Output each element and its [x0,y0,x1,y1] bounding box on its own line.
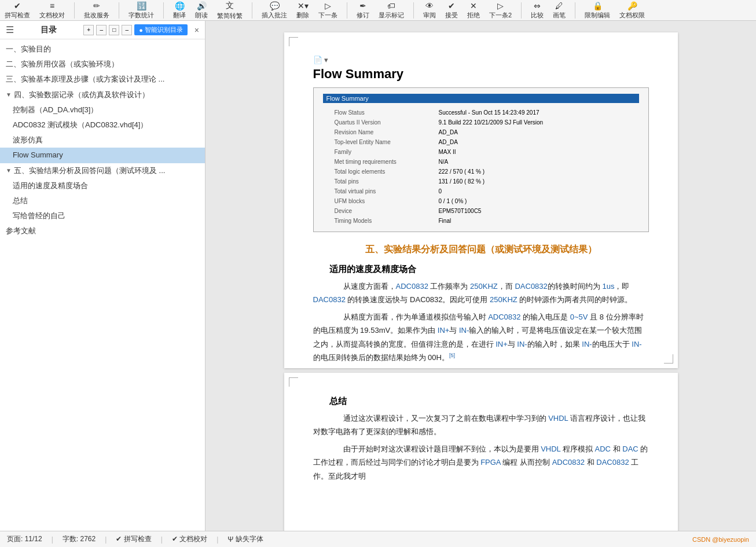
toc-item-4-1[interactable]: 控制器（AD_DA.vhd[3]） [0,102,205,118]
statusbar-spellcheck[interactable]: ✔ 拼写检查 [116,534,151,544]
toc-item-1[interactable]: 一、实验目的 [0,42,205,57]
para2-highlight-3: IN+ [438,326,450,335]
toolbar-spellcheck[interactable]: ✔ 拼写检查 [5,1,30,20]
toolbar-proofread[interactable]: ≡ 文档校对 [39,1,65,20]
toc-item-4-4[interactable]: Flow Summary [0,148,205,163]
accept-icon: ✔ [448,1,455,10]
toolbar-pen[interactable]: 🖊 画笔 [553,1,566,20]
statusbar-sep-2: | [105,535,107,544]
flow-summary-box: Flow Summary Flow StatusSuccessful - Sun… [313,87,649,232]
para4-highlight-2: ADC [595,445,611,453]
sidebar-close-btn[interactable]: × [194,25,199,35]
toc-item-5-3[interactable]: 写给曾经的自己 [0,208,205,223]
sidebar-list-btn[interactable]: – [122,25,132,35]
toolbar-next[interactable]: ▷ 下一条 [318,1,337,20]
flow-data-key: Family [335,147,427,157]
statusbar-missing-font[interactable]: Ψ 缺失字体 [227,534,263,544]
subsection-summary-heading: 总结 [313,396,649,407]
ai-recognition-badge[interactable]: ● 智能识别目录 [134,24,188,35]
toolbar-reject[interactable]: ✕ 拒绝 [467,1,480,20]
toc-item-4[interactable]: ▼ 四、实验数据记录（或仿真及软件设计） [0,87,205,102]
read-aloud-icon: 🔊 [197,1,207,10]
toc-item-4-2-label: ADC0832 测试模块（ADC0832.vhd[4]） [13,120,148,130]
statusbar-missing-font-label: 缺失字体 [236,534,263,544]
doc-icon-row: 📄 ▾ [313,56,649,64]
show-markup-icon: 🏷 [387,1,395,10]
toc-chevron-5: ▼ [6,167,12,175]
statusbar-wordcount: 字数: 2762 [63,534,96,544]
flow-data-row: Timing ModelsFinal [335,216,639,226]
toolbar-insert-comment[interactable]: 💬 插入批注 [262,1,287,20]
toc-item-ref[interactable]: 参考文献 [0,223,205,238]
toolbar-next2[interactable]: ▷ 下一条2 [489,1,512,20]
flow-data-val: AD_DA [439,127,458,137]
flow-data-key: Flow Status [335,108,427,118]
para1-highlight-1: ADC0832 [396,282,428,291]
para2-highlight-4: IN- [459,326,469,335]
toolbar-accept[interactable]: ✔ 接受 [445,1,458,20]
toc-item-4-2[interactable]: ADC0832 测试模块（ADC0832.vhd[4]） [0,118,205,133]
toolbar-show-markup[interactable]: 🏷 显示标记 [379,1,404,20]
spellcheck-icon: ✔ [14,1,21,10]
toc-item-5-1[interactable]: 适用的速度及精度场合 [0,178,205,193]
para4: 由于开始时对这次课程设计题目理解不到位，本以为是要用 VHDL 程序模拟 ADC… [313,442,649,483]
flow-data-val: Final [439,216,452,226]
flow-data-val: 131 / 160 ( 82 % ) [439,177,485,186]
toc-item-4-3[interactable]: 波形仿真 [0,133,205,148]
sidebar-expand-btn[interactable]: + [83,25,94,35]
toc-item-1-label: 一、实验目的 [6,44,51,54]
toolbar-delete[interactable]: ✕▾ 删除 [296,1,309,20]
toolbar-trad-simp[interactable]: 文 繁简转繁 [217,1,243,20]
para4-highlight-5: ADC0832 [552,458,585,467]
flow-data-val: EPM570T100C5 [439,206,482,216]
para2-footnote: [5] [449,353,455,358]
para1-highlight-2: 250KHZ [470,282,498,291]
statusbar-spellcheck-label: ✔ 拼写检查 [116,534,151,544]
flow-data-val: 0 / 1 ( 0% ) [439,196,467,206]
flow-data-val: 9.1 Build 222 10/21/2009 SJ Full Version [439,118,544,127]
flow-data-row: UFM blocks0 / 1 ( 0% ) [335,196,639,206]
sidebar-collapse-btn[interactable]: – [96,25,107,35]
toolbar-separator-8 [575,2,575,19]
doc-area[interactable]: 📄 ▾ Flow Summary Flow Summary Flow Statu… [205,21,756,531]
toolbar-read-aloud[interactable]: 🔊 朗读 [195,1,208,20]
toc-item-5-2[interactable]: 总结 [0,193,205,208]
toc-item-5-3-label: 写给曾经的自己 [13,211,65,221]
toc-item-4-label: 四、实验数据记录（或仿真及软件设计） [14,90,149,100]
toolbar-track-changes[interactable]: ✒ 修订 [357,1,369,20]
flow-data-key: Total pins [335,177,427,186]
statusbar-sep-1: | [52,535,53,544]
flow-data-row: Quartus II Version9.1 Build 222 10/21/20… [335,118,639,127]
statusbar-sep-3: | [161,535,163,544]
toc-item-5[interactable]: ▼ 五、实验结果分析及回答问题（测试环境及 ... [0,163,205,178]
para1-highlight-4: 1us [602,282,614,291]
toolbar-translate[interactable]: 🌐 翻译 [173,1,186,20]
sidebar-view-btn[interactable]: □ [109,25,119,35]
review-icon: 👁 [425,1,434,10]
toolbar-wordcount[interactable]: 🔢 字数统计 [129,1,154,20]
page2-corner-tl [289,377,298,387]
toc-item-2[interactable]: 二、实验所用仪器（或实验环境） [0,57,205,72]
reject-icon: ✕ [470,1,477,10]
flow-data-table: Flow StatusSuccessful - Sun Oct 15 14:23… [335,108,639,226]
para2-highlight-1: ADC0832 [488,313,520,321]
toolbar-doc-permission[interactable]: 🔑 文档权限 [619,1,645,20]
toolbar-correction[interactable]: ✏ 批改服务 [84,1,109,20]
para4-highlight-3: DAC [622,445,638,453]
toc-item-4-3-label: 波形仿真 [13,135,43,145]
toolbar-review[interactable]: 👁 审阅 [423,1,436,20]
flow-data-row: Top-level Entity NameAD_DA [335,137,639,147]
toc-sidebar: ☰ 目录 + – □ – ● 智能识别目录 × 一、实验目的 二、实验所用仪器（… [0,21,205,531]
toc-item-3[interactable]: 三、实验基本原理及步骤（或方案设计及理论 ... [0,72,205,87]
sidebar-controls: + – □ – ● 智能识别目录 × [83,24,199,35]
para1: 从速度方面看，ADC0832 工作频率为 250KHZ，而 DAC0832的转换… [313,280,649,307]
flow-data-val: Successful - Sun Oct 15 14:23:49 2017 [439,108,540,118]
flow-data-val: 222 / 570 ( 41 % ) [439,167,485,177]
flow-data-key: Timing Models [335,216,427,226]
statusbar-proofread[interactable]: ✔ 文档校对 [172,534,207,544]
toolbar-compare[interactable]: ⇔ 比较 [531,1,544,20]
para2-highlight-7: IN- [582,340,592,348]
toolbar-restrict-edit[interactable]: 🔒 限制编辑 [585,1,610,20]
para3-highlight-1: VHDL [548,414,568,423]
para2-highlight-6: IN- [517,340,527,348]
